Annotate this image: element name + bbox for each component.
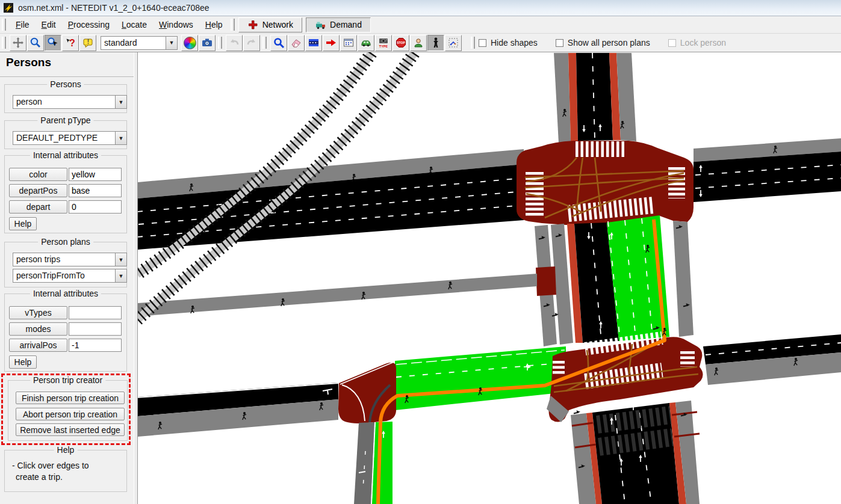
- junction-small-node[interactable]: [536, 266, 556, 296]
- menu-file[interactable]: File: [10, 17, 36, 32]
- attr-vtypes-input[interactable]: [69, 306, 122, 319]
- road-edge-south[interactable]: [354, 422, 393, 504]
- menu-windows[interactable]: Windows: [153, 17, 199, 32]
- edit-view-scheme-button[interactable]: [181, 35, 198, 51]
- attr-depart-input[interactable]: [69, 200, 122, 214]
- context-help-button[interactable]: ?: [62, 35, 79, 51]
- plan-category-combobox[interactable]: person trips ▼: [13, 253, 127, 266]
- road-edge-southwest[interactable]: [138, 383, 338, 437]
- netedit-window: osm.net.xml - NETEDIT v1_2_0+1640-eceac7…: [0, 0, 841, 504]
- attr-depart-button[interactable]: depart: [9, 200, 67, 214]
- delete-mode-icon: [290, 37, 302, 49]
- chevron-down-icon[interactable]: ▼: [115, 253, 126, 266]
- chevron-down-icon[interactable]: ▼: [115, 132, 126, 144]
- finish-person-trip-button[interactable]: Finish person trip creation: [16, 392, 125, 404]
- toolbar-grip[interactable]: [262, 37, 267, 49]
- message-window-button[interactable]: !: [79, 35, 96, 51]
- chevron-down-icon[interactable]: ▼: [115, 96, 126, 108]
- move-view-button[interactable]: [10, 35, 26, 51]
- route-mode-button[interactable]: [323, 35, 340, 51]
- help-pointer-tool-icon: ?: [64, 37, 76, 49]
- toolbar-grip[interactable]: [2, 37, 6, 49]
- zoom-view-button[interactable]: [27, 35, 44, 51]
- attr-color-input[interactable]: [69, 168, 122, 181]
- checkbox-box[interactable]: [556, 39, 563, 47]
- zoom-tool-icon: [29, 37, 42, 49]
- toolbar-grip[interactable]: [231, 19, 235, 31]
- person-attributes-group: Internal attributes color departPos depa…: [4, 155, 127, 233]
- network-view-canvas[interactable]: [138, 52, 841, 504]
- toolbar-grip[interactable]: [2, 19, 6, 31]
- redo-button[interactable]: [243, 35, 260, 51]
- show-all-person-plans-checkbox[interactable]: Show all person plans: [556, 38, 650, 48]
- menu-locate[interactable]: Locate: [116, 17, 153, 32]
- demand-supermode-button[interactable]: Demand: [306, 17, 371, 32]
- toolbar-grip[interactable]: [218, 37, 222, 49]
- select-mode-button[interactable]: [305, 35, 322, 51]
- pedestrian-path[interactable]: [138, 274, 537, 316]
- window-title: osm.net.xml - NETEDIT v1_2_0+1640-eceac7…: [18, 3, 209, 13]
- chevron-down-icon[interactable]: ▼: [115, 269, 126, 282]
- road-edge-southeast[interactable]: [547, 396, 700, 504]
- attr-modes-input[interactable]: [69, 322, 122, 336]
- menu-help[interactable]: Help: [199, 17, 229, 32]
- person-select-combobox[interactable]: person ▼: [13, 95, 127, 109]
- svg-text:?: ?: [69, 38, 75, 48]
- toolbar-grip[interactable]: [471, 37, 475, 49]
- attr-color-button[interactable]: color: [9, 168, 67, 181]
- selected-edge-south[interactable]: [372, 422, 393, 504]
- persons-group: Persons person ▼: [4, 84, 127, 113]
- zoom-cursor-button[interactable]: [45, 35, 61, 51]
- network-supermode-button[interactable]: Network: [238, 17, 302, 32]
- app-icon: [4, 3, 13, 13]
- hide-shapes-checkbox[interactable]: Hide shapes: [479, 38, 538, 48]
- person-mode-button[interactable]: [427, 35, 444, 51]
- attr-departpos-button[interactable]: departPos: [9, 184, 67, 197]
- parent-ptype-combobox[interactable]: DEFAULT_PEDTYPE ▼: [13, 131, 127, 145]
- demand-supermode-icon: [315, 19, 326, 30]
- route-mode-icon: [325, 37, 337, 49]
- stops-mode-button[interactable]: [340, 35, 357, 51]
- stop-mode-button[interactable]: STOP: [393, 35, 409, 51]
- redo-icon: [246, 37, 258, 49]
- menu-processing[interactable]: Processing: [62, 17, 116, 32]
- inspect-mode-button[interactable]: [270, 35, 287, 51]
- color-wheel-icon: [184, 37, 196, 49]
- zoom-cursor-tool-icon: [47, 37, 59, 49]
- attr-vtypes-button[interactable]: vTypes: [9, 306, 67, 319]
- divider: [0, 76, 134, 77]
- plan-template-combobox[interactable]: personTripFromTo ▼: [13, 269, 127, 283]
- attr-arrivalpos-input[interactable]: [69, 339, 122, 352]
- junction-west[interactable]: [338, 362, 396, 423]
- person-plan-mode-icon: [447, 37, 459, 49]
- title-bar[interactable]: osm.net.xml - NETEDIT v1_2_0+1640-eceac7…: [0, 0, 841, 16]
- view-preset-combobox[interactable]: standard ▼: [101, 36, 178, 50]
- junction-north[interactable]: [517, 141, 694, 225]
- help-button[interactable]: Help: [9, 217, 37, 230]
- checkbox-box[interactable]: [479, 39, 486, 47]
- attr-modes-button[interactable]: modes: [9, 322, 67, 336]
- undo-button[interactable]: [226, 35, 243, 51]
- chevron-down-icon[interactable]: ▼: [166, 37, 177, 49]
- snapshot-button[interactable]: [199, 35, 216, 51]
- person-type-mode-button[interactable]: [410, 35, 427, 51]
- panel-splitter[interactable]: [134, 52, 138, 504]
- person-plan-mode-button[interactable]: [445, 35, 462, 51]
- vehicle-type-mode-button[interactable]: TYPE: [375, 35, 392, 51]
- snapshot-camera-icon: [201, 37, 213, 49]
- abort-person-trip-button[interactable]: Abort person trip creation: [16, 408, 125, 420]
- remove-last-edge-button[interactable]: Remove last inserted edge: [16, 423, 125, 436]
- help-text-line1: - Click over edges to: [12, 460, 89, 472]
- road-edge-center[interactable]: [535, 215, 694, 346]
- vehicle-mode-button[interactable]: [358, 35, 374, 51]
- help-button[interactable]: Help: [9, 355, 37, 369]
- road-edge-east-lower[interactable]: [703, 334, 841, 385]
- road-edge-north[interactable]: [554, 53, 636, 143]
- selected-edge-horizontal[interactable]: [395, 346, 566, 410]
- vehicle-type-mode-icon: TYPE: [377, 37, 389, 49]
- attr-arrivalpos-button[interactable]: arrivalPos: [9, 339, 67, 352]
- attr-departpos-input[interactable]: [69, 184, 122, 197]
- road-edge-east-upper[interactable]: [694, 138, 841, 202]
- delete-mode-button[interactable]: [288, 35, 305, 51]
- menu-edit[interactable]: Edit: [36, 17, 62, 32]
